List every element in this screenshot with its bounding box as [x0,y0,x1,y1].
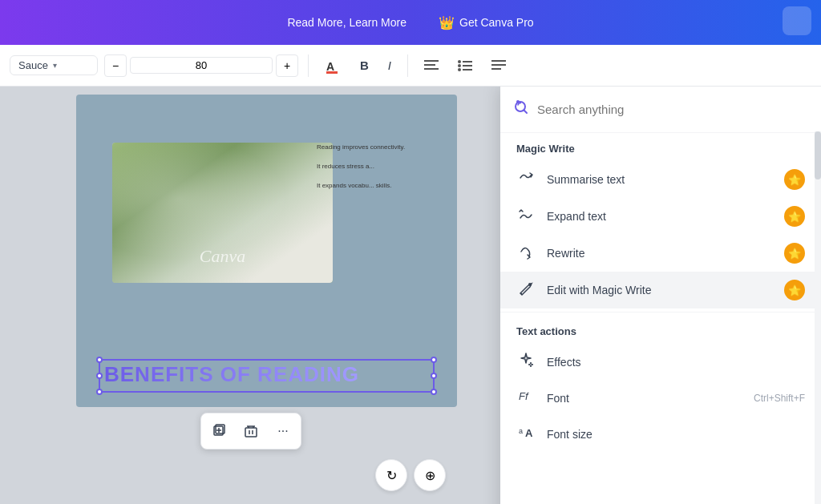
effects-icon [516,352,536,372]
font-size-decrease[interactable]: − [104,54,127,77]
svg-rect-8 [463,65,472,67]
bold-button[interactable]: B [354,55,375,75]
design-image: Canva [112,143,333,283]
menu-divider [500,312,821,312]
toolbar-divider-2 [407,54,408,77]
svg-rect-13 [491,68,501,70]
delete-button[interactable] [237,417,265,446]
font-size-label: Font size [547,428,805,441]
rewrite-label: Rewrite [547,247,773,260]
effects-label: Effects [547,356,805,369]
design-text-2: It reduces stress a... [317,162,441,171]
design-text-3: It expands vocabu... skills. [317,181,441,191]
font-size-item[interactable]: aA Font size [500,416,821,452]
font-size-icon: aA [516,424,536,444]
font-size-control: − + [104,54,298,77]
magic-write-section-title: Magic Write [500,133,821,161]
search-input[interactable] [537,103,808,116]
header-action-button[interactable] [783,6,811,35]
context-toolbar: ··· [200,413,301,450]
svg-text:A: A [525,427,533,439]
expand-label: Expand text [547,210,773,223]
edit-magic-item[interactable]: Edit with Magic Write ⭐ [500,272,821,308]
edit-magic-label: Edit with Magic Write [547,284,773,296]
header-link[interactable]: Read More, Learn More [287,16,406,29]
design-text-block: Reading improves connectivity. It reduce… [317,143,441,191]
svg-text:a: a [519,427,523,435]
edit-magic-icon [516,280,536,300]
handle-mr[interactable] [431,373,437,379]
svg-text:A: A [326,60,334,73]
toolbar: Sauce ▾ − + A B I [0,45,821,87]
design-text-1: Reading improves connectivity. [317,143,441,152]
svg-rect-4 [424,68,439,70]
bottom-controls: ↻ ⊕ [375,459,446,491]
svg-point-5 [458,60,461,63]
svg-rect-12 [491,64,506,66]
svg-rect-6 [463,61,472,62]
font-shortcut: Ctrl+Shift+F [754,393,805,404]
chevron-down-icon: ▾ [53,61,57,70]
handle-tl[interactable] [96,357,103,363]
edit-magic-badge: ⭐ [784,280,805,300]
crown-icon: 👑 [439,15,455,30]
more-options-button[interactable]: ··· [269,417,297,446]
more-format-button[interactable] [485,57,512,75]
move-button[interactable]: ⊕ [414,459,446,491]
effects-item[interactable]: Effects [500,344,821,380]
svg-rect-18 [245,428,257,437]
font-color-button[interactable]: A [318,54,347,77]
scroll-thumb[interactable] [815,131,821,179]
svg-rect-2 [424,60,439,62]
svg-rect-1 [326,71,338,74]
canva-watermark: Canva [200,246,245,267]
svg-text:Ff: Ff [519,390,529,402]
search-bar [500,87,821,133]
canvas-area: Canva Reading improves connectivity. It … [0,87,821,504]
font-name: Sauce [18,59,48,71]
summarise-label: Summarise text [547,173,773,186]
pro-label: Get Canva Pro [459,16,534,29]
font-selector[interactable]: Sauce ▾ [10,55,98,75]
design-title[interactable]: BENEFITS OF READING [104,362,359,387]
list-button[interactable] [451,57,479,75]
dropdown-menu: Magic Write Summarise text ⭐ Expand text… [500,87,821,504]
svg-point-25 [516,100,520,103]
header: Read More, Learn More 👑 Get Canva Pro [0,0,821,45]
font-label: Font [547,392,742,405]
italic-button[interactable]: I [382,55,398,75]
summarise-icon [516,170,536,190]
design-card[interactable]: Canva Reading improves connectivity. It … [76,95,457,407]
expand-item[interactable]: Expand text ⭐ [500,198,821,235]
svg-point-26 [528,283,532,286]
header-right [783,6,811,38]
svg-rect-3 [424,64,435,66]
font-item[interactable]: Ff Font Ctrl+Shift+F [500,380,821,416]
font-size-input[interactable] [130,57,273,74]
handle-br[interactable] [431,389,437,395]
svg-point-9 [458,68,461,71]
scroll-track [815,131,821,504]
font-size-increase[interactable]: + [276,54,298,77]
summarise-badge: ⭐ [784,169,805,190]
text-actions-section-title: Text actions [500,316,821,344]
toolbar-divider-1 [308,54,309,77]
align-button[interactable] [418,57,445,75]
rewrite-badge: ⭐ [784,243,805,264]
handle-bl[interactable] [96,389,103,395]
header-pro[interactable]: 👑 Get Canva Pro [439,15,534,30]
handle-tr[interactable] [431,357,437,363]
rewrite-icon [516,244,536,264]
search-icon [513,99,529,119]
svg-point-7 [458,64,461,67]
svg-rect-10 [463,69,472,71]
svg-rect-11 [491,60,506,62]
rotate-button[interactable]: ↻ [375,459,407,491]
expand-badge: ⭐ [784,206,805,227]
handle-ml[interactable] [96,373,103,379]
duplicate-button[interactable] [204,417,233,446]
expand-icon [516,207,536,227]
summarise-item[interactable]: Summarise text ⭐ [500,161,821,198]
font-icon: Ff [516,388,536,408]
rewrite-item[interactable]: Rewrite ⭐ [500,235,821,272]
